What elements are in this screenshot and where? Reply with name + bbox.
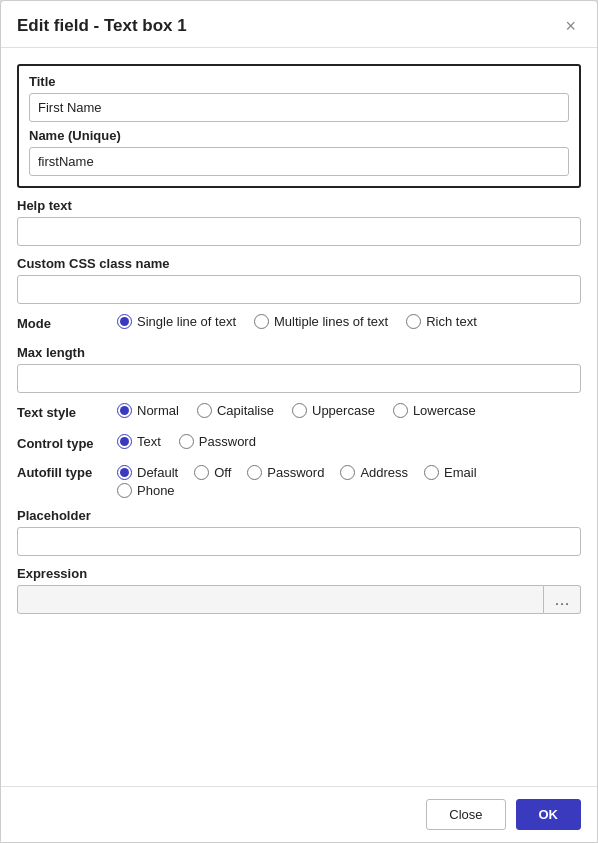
autofill-email[interactable]: Email — [424, 465, 477, 480]
style-capitalise-radio[interactable] — [197, 403, 212, 418]
dialog-footer: Close OK — [1, 786, 597, 842]
title-name-group: Title Name (Unique) — [17, 64, 581, 188]
autofill-address-radio[interactable] — [340, 465, 355, 480]
autofill-password-radio[interactable] — [247, 465, 262, 480]
autofill-row2: Phone — [117, 483, 581, 498]
help-text-input[interactable] — [17, 217, 581, 246]
css-class-group: Custom CSS class name — [17, 256, 581, 304]
dialog-header: Edit field - Text box 1 × — [1, 1, 597, 48]
autofill-password[interactable]: Password — [247, 465, 324, 480]
control-type-group: Control type Text Password — [17, 434, 581, 455]
autofill-label: Autofill type — [17, 465, 107, 480]
help-text-label: Help text — [17, 198, 581, 213]
style-lowercase[interactable]: Lowercase — [393, 403, 476, 418]
autofill-default-radio[interactable] — [117, 465, 132, 480]
style-capitalise[interactable]: Capitalise — [197, 403, 274, 418]
mode-multiple-label: Multiple lines of text — [274, 314, 388, 329]
control-text-radio[interactable] — [117, 434, 132, 449]
title-input[interactable] — [29, 93, 569, 122]
style-capitalise-label: Capitalise — [217, 403, 274, 418]
autofill-row1: Autofill type Default Off Password — [17, 465, 581, 480]
close-button[interactable]: Close — [426, 799, 505, 830]
autofill-default[interactable]: Default — [117, 465, 178, 480]
style-normal-label: Normal — [137, 403, 179, 418]
text-style-row: Text style Normal Capitalise Uppercase — [17, 403, 581, 422]
edit-field-dialog: Edit field - Text box 1 × Title Name (Un… — [0, 0, 598, 843]
expression-group: Expression … — [17, 566, 581, 614]
style-lowercase-radio[interactable] — [393, 403, 408, 418]
autofill-email-radio[interactable] — [424, 465, 439, 480]
name-input[interactable] — [29, 147, 569, 176]
expression-label: Expression — [17, 566, 581, 581]
autofill-group: Autofill type Default Off Password — [17, 465, 581, 498]
css-class-label: Custom CSS class name — [17, 256, 581, 271]
mode-label: Mode — [17, 316, 107, 331]
autofill-phone-label: Phone — [137, 483, 175, 498]
placeholder-group: Placeholder — [17, 508, 581, 556]
control-text[interactable]: Text — [117, 434, 161, 449]
autofill-phone[interactable]: Phone — [117, 483, 175, 498]
autofill-address[interactable]: Address — [340, 465, 408, 480]
style-normal-radio[interactable] — [117, 403, 132, 418]
maxlength-group: Max length — [17, 345, 581, 393]
mode-single-radio[interactable] — [117, 314, 132, 329]
style-normal[interactable]: Normal — [117, 403, 179, 418]
expression-input[interactable] — [17, 585, 544, 614]
autofill-phone-radio[interactable] — [117, 483, 132, 498]
style-uppercase-radio[interactable] — [292, 403, 307, 418]
placeholder-input[interactable] — [17, 527, 581, 556]
help-text-group: Help text — [17, 198, 581, 246]
autofill-default-label: Default — [137, 465, 178, 480]
dialog-body: Title Name (Unique) Help text Custom CSS… — [1, 48, 597, 786]
style-lowercase-label: Lowercase — [413, 403, 476, 418]
expression-row: … — [17, 585, 581, 614]
autofill-address-label: Address — [360, 465, 408, 480]
control-password[interactable]: Password — [179, 434, 256, 449]
control-type-label: Control type — [17, 436, 107, 451]
mode-multiple-lines[interactable]: Multiple lines of text — [254, 314, 388, 329]
autofill-off-radio[interactable] — [194, 465, 209, 480]
maxlength-input[interactable] — [17, 364, 581, 393]
control-password-radio[interactable] — [179, 434, 194, 449]
mode-single-label: Single line of text — [137, 314, 236, 329]
mode-group: Mode Single line of text Multiple lines … — [17, 314, 581, 335]
autofill-password-label: Password — [267, 465, 324, 480]
autofill-off[interactable]: Off — [194, 465, 231, 480]
style-uppercase-label: Uppercase — [312, 403, 375, 418]
text-style-radio-row: Normal Capitalise Uppercase Lowercase — [117, 403, 476, 418]
text-style-group: Text style Normal Capitalise Uppercase — [17, 403, 581, 424]
mode-radio-row: Single line of text Multiple lines of te… — [117, 314, 477, 329]
ok-button[interactable]: OK — [516, 799, 582, 830]
mode-row: Mode Single line of text Multiple lines … — [17, 314, 581, 333]
control-type-row: Control type Text Password — [17, 434, 581, 453]
mode-rich-text[interactable]: Rich text — [406, 314, 477, 329]
maxlength-label: Max length — [17, 345, 581, 360]
expression-dots-button[interactable]: … — [544, 585, 581, 614]
control-type-radio-row: Text Password — [117, 434, 256, 449]
placeholder-label: Placeholder — [17, 508, 581, 523]
mode-rich-label: Rich text — [426, 314, 477, 329]
style-uppercase[interactable]: Uppercase — [292, 403, 375, 418]
control-password-label: Password — [199, 434, 256, 449]
autofill-radio-row1: Default Off Password Address — [117, 465, 477, 480]
mode-single-line[interactable]: Single line of text — [117, 314, 236, 329]
mode-rich-radio[interactable] — [406, 314, 421, 329]
autofill-email-label: Email — [444, 465, 477, 480]
dialog-title: Edit field - Text box 1 — [17, 16, 187, 36]
css-class-input[interactable] — [17, 275, 581, 304]
name-label: Name (Unique) — [29, 128, 569, 143]
text-style-label: Text style — [17, 405, 107, 420]
autofill-off-label: Off — [214, 465, 231, 480]
title-label: Title — [29, 74, 569, 89]
control-text-label: Text — [137, 434, 161, 449]
expression-dots-icon: … — [554, 591, 570, 609]
close-x-button[interactable]: × — [560, 15, 581, 37]
mode-multiple-radio[interactable] — [254, 314, 269, 329]
